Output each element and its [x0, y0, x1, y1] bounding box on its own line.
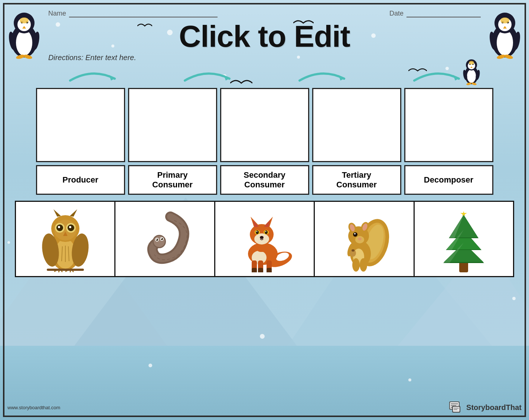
- svg-point-119: [354, 233, 356, 234]
- svg-point-17: [497, 30, 513, 56]
- svg-point-121: [355, 236, 364, 243]
- svg-rect-124: [352, 249, 355, 252]
- label-tertiary-consumer[interactable]: Tertiary Consumer: [312, 165, 401, 195]
- snow-decoration: [148, 364, 152, 367]
- svg-point-82: [161, 238, 162, 239]
- svg-point-1: [16, 30, 32, 56]
- svg-point-81: [156, 239, 157, 240]
- svg-point-100: [260, 236, 264, 239]
- svg-marker-56: [70, 209, 77, 217]
- snow-decoration: [408, 378, 411, 381]
- image-box-decomposer[interactable]: [404, 88, 493, 162]
- image-box-producer[interactable]: [36, 88, 125, 162]
- image-boxes-row: [15, 88, 514, 162]
- svg-point-99: [265, 231, 266, 232]
- svg-point-43: [469, 61, 474, 65]
- label-boxes-row: Producer Primary Consumer Secondary Cons…: [15, 165, 514, 195]
- worm-svg: [135, 206, 195, 272]
- name-date-row: Name Date: [48, 9, 481, 17]
- directions-text: Directions: Enter text here.: [48, 53, 481, 62]
- date-underline[interactable]: [406, 9, 481, 17]
- label-producer[interactable]: Producer: [36, 165, 125, 195]
- svg-point-63: [69, 226, 71, 228]
- svg-rect-140: [451, 403, 458, 404]
- svg-rect-145: [454, 408, 459, 408]
- svg-point-13: [20, 17, 29, 23]
- footer: www.storyboardthat.com StoryboardThat: [7, 401, 522, 413]
- name-label: Name: [48, 10, 66, 17]
- snow-decoration: [260, 334, 265, 339]
- penguin-small: [462, 56, 481, 87]
- svg-point-29: [500, 17, 509, 23]
- penguin-right: [488, 7, 522, 61]
- page-title[interactable]: Click to Edit: [48, 21, 481, 52]
- svg-rect-105: [258, 268, 263, 272]
- bird-icon: [408, 67, 427, 76]
- svg-point-62: [58, 226, 60, 228]
- svg-marker-55: [53, 209, 61, 217]
- svg-point-33: [467, 69, 476, 83]
- date-label: Date: [389, 10, 404, 17]
- bird-icon: [230, 78, 252, 90]
- animal-worm[interactable]: [115, 202, 215, 276]
- svg-rect-104: [252, 268, 257, 272]
- logo-icon: [449, 401, 463, 413]
- main-content: Producer Primary Consumer Secondary Cons…: [0, 88, 529, 277]
- svg-point-97: [265, 230, 268, 234]
- label-decomposer[interactable]: Decomposer: [404, 165, 493, 195]
- arrow-1: [35, 66, 150, 86]
- squirrel-svg: [334, 206, 394, 272]
- animal-fox[interactable]: [215, 202, 315, 276]
- arrow-3: [265, 66, 379, 86]
- svg-point-126: [360, 258, 367, 272]
- fox-svg: [235, 206, 294, 272]
- name-underline[interactable]: [69, 9, 218, 17]
- animal-squirrel[interactable]: [315, 202, 414, 276]
- header: Name Date Click to Edit Directions: Ente…: [0, 0, 529, 64]
- owl-svg: [36, 206, 95, 272]
- svg-rect-146: [454, 409, 457, 410]
- animal-tree[interactable]: [415, 202, 513, 276]
- svg-point-96: [256, 230, 259, 234]
- animal-images-row: [15, 201, 514, 277]
- website-text: www.storyboardthat.com: [7, 405, 60, 410]
- svg-rect-74: [47, 269, 84, 271]
- logo-text: StoryboardThat: [466, 403, 522, 412]
- svg-point-125: [352, 258, 360, 272]
- storyboard-logo: StoryboardThat: [449, 401, 522, 413]
- name-field-container: Name: [48, 9, 218, 17]
- svg-point-98: [256, 231, 257, 232]
- tree-svg: [434, 206, 493, 272]
- animal-owl[interactable]: [16, 202, 115, 276]
- penguin-left: [7, 7, 41, 61]
- label-primary-consumer[interactable]: Primary Consumer: [128, 165, 217, 195]
- arrows-row: [0, 64, 529, 88]
- label-secondary-consumer[interactable]: Secondary Consumer: [220, 165, 309, 195]
- svg-rect-106: [267, 268, 272, 272]
- date-field-container: Date: [389, 9, 481, 17]
- bird-icon: [293, 19, 314, 29]
- image-box-tertiary[interactable]: [312, 88, 401, 162]
- image-box-primary[interactable]: [128, 88, 217, 162]
- snow-decoration: [512, 297, 516, 300]
- bird-icon: [137, 22, 152, 31]
- image-box-secondary[interactable]: [220, 88, 309, 162]
